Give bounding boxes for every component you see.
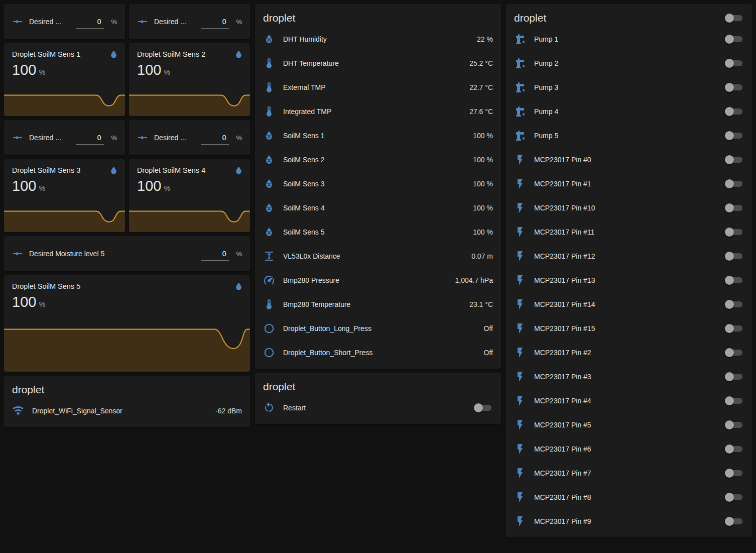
- restart-card: droplet Restart: [255, 373, 501, 424]
- sensor-history-graph: [4, 324, 250, 372]
- toggle-switch[interactable]: [725, 420, 744, 430]
- toggle-switch[interactable]: [725, 227, 744, 237]
- entity-name: MCP23017 Pin #10: [534, 204, 719, 212]
- switch-row: MCP23017 Pin #14: [514, 292, 744, 316]
- right-column: droplet Pump 1 Pump 2: [506, 4, 752, 537]
- toggle-switch[interactable]: [725, 106, 744, 117]
- toggle-switch[interactable]: [725, 131, 744, 141]
- toggle-switch[interactable]: [725, 179, 744, 189]
- entity-name: MCP23017 Pin #2: [534, 349, 719, 357]
- entity-row[interactable]: Droplet_Button_Short_Press Off: [263, 341, 493, 365]
- entity-row[interactable]: SoilM Sens 4 100 %: [263, 196, 493, 220]
- toggle-switch[interactable]: [725, 82, 744, 92]
- desired-value-input[interactable]: 0: [201, 131, 229, 145]
- switch-row: MCP23017 Pin #3: [514, 365, 744, 389]
- sensor-value: 100%: [137, 178, 242, 194]
- entity-name: Pump 5: [534, 132, 719, 140]
- entity-row[interactable]: SoilM Sens 1 100 %: [263, 124, 493, 148]
- circle-outline-icon: [263, 347, 275, 359]
- entity-value: -62 dBm: [215, 407, 242, 415]
- entity-row[interactable]: DHT Humidity 22 %: [263, 27, 493, 51]
- toggle-switch[interactable]: [725, 396, 744, 406]
- water-percent-icon: [263, 33, 275, 45]
- flash-icon: [514, 419, 526, 431]
- water-drop-icon: [233, 165, 244, 176]
- switch-row: MCP23017 Pin #11: [514, 220, 744, 244]
- entity-value: 100 %: [473, 180, 493, 188]
- toggle-switch[interactable]: [725, 299, 744, 309]
- sensor-value: 100%: [12, 62, 117, 78]
- entity-name: Pump 1: [534, 35, 719, 43]
- water-pump-icon: [514, 33, 526, 45]
- switch-row: MCP23017 Pin #7: [514, 461, 744, 485]
- toggle-switch[interactable]: [725, 468, 744, 478]
- entity-name: Droplet_Button_Long_Press: [283, 324, 478, 333]
- entity-row[interactable]: Bmp280 Pressure 1,004.7 hPa: [263, 268, 493, 292]
- entity-name: MCP23017 Pin #0: [534, 156, 719, 164]
- wifi-entity-row[interactable]: Droplet_WiFi_Signal_Sensor -62 dBm: [12, 399, 242, 423]
- toggle-switch[interactable]: [725, 372, 744, 382]
- switch-rows: Pump 1 Pump 2 Pump 3: [506, 27, 752, 537]
- switch-row: Pump 1: [514, 27, 744, 51]
- toggle-switch[interactable]: [725, 444, 744, 454]
- entity-name: Bmp280 Temperature: [283, 300, 463, 308]
- desired-moisture-card-4: Desired ... 0 %: [129, 120, 250, 155]
- entity-row[interactable]: DHT Temperature 25.2 °C: [263, 51, 493, 75]
- soil-sensor-card-1[interactable]: Droplet SoilM Sens 1 100%: [4, 43, 125, 116]
- entity-row[interactable]: External TMP 22.7 °C: [263, 75, 493, 99]
- water-percent-icon: [263, 226, 275, 238]
- toggle-switch[interactable]: [725, 275, 744, 285]
- sensor-title: Droplet SoilM Sens 2: [137, 50, 242, 58]
- switch-row: Pump 5: [514, 124, 744, 148]
- switch-row: Pump 4: [514, 99, 744, 124]
- sensor-value: 100%: [12, 178, 117, 194]
- entity-name: MCP23017 Pin #11: [534, 228, 719, 236]
- desired-moisture-card-3: Desired ... 0 %: [4, 120, 125, 155]
- entity-name: Pump 3: [534, 83, 719, 91]
- entity-row[interactable]: Bmp280 Temperature 23.1 °C: [263, 292, 493, 316]
- desired-value-input[interactable]: 0: [201, 247, 229, 261]
- soil-sensor-card-5[interactable]: Droplet SoilM Sens 5 100%: [4, 275, 250, 372]
- entity-value: Off: [484, 349, 493, 357]
- ray-vertex-icon: [137, 16, 148, 27]
- toggle-switch[interactable]: [725, 251, 744, 261]
- entity-row[interactable]: SoilM Sens 2 100 %: [263, 148, 493, 172]
- switch-row: MCP23017 Pin #13: [514, 268, 744, 292]
- sensor-history-graph: [4, 93, 125, 116]
- ray-vertex-icon: [12, 16, 23, 27]
- thermometer-icon: [263, 57, 275, 69]
- toggle-switch[interactable]: [725, 516, 744, 526]
- toggle-switch[interactable]: [725, 203, 744, 213]
- soil-sensor-card-3[interactable]: Droplet SoilM Sens 3 100%: [4, 159, 125, 232]
- entity-row[interactable]: SoilM Sens 3 100 %: [263, 172, 493, 196]
- wifi-card: droplet Droplet_WiFi_Signal_Sensor -62 d…: [4, 376, 250, 427]
- desired-value-input[interactable]: 0: [76, 131, 104, 145]
- entity-value: 100 %: [473, 228, 493, 236]
- switch-row: MCP23017 Pin #15: [514, 316, 744, 341]
- toggle-switch[interactable]: [725, 323, 744, 334]
- water-pump-icon: [514, 81, 526, 93]
- entity-row[interactable]: SoilM Sens 5 100 %: [263, 220, 493, 244]
- unit-label: %: [236, 250, 242, 258]
- desired-value-input[interactable]: 0: [76, 15, 104, 29]
- desired-value-input[interactable]: 0: [201, 15, 229, 29]
- soil-sensor-card-4[interactable]: Droplet SoilM Sens 4 100%: [129, 159, 250, 232]
- toggle-switch[interactable]: [725, 492, 744, 502]
- entity-value: 0.07 m: [471, 252, 493, 260]
- entity-row[interactable]: VL53L0x Distance 0.07 m: [263, 244, 493, 268]
- sensor-history-graph: [129, 209, 250, 232]
- toggle-switch[interactable]: [725, 58, 744, 68]
- entity-row[interactable]: Droplet_Button_Long_Press Off: [263, 316, 493, 341]
- group-toggle-switch[interactable]: [725, 13, 744, 23]
- ray-vertex-icon: [12, 132, 23, 143]
- toggle-switch[interactable]: [725, 34, 744, 44]
- entity-name: MCP23017 Pin #12: [534, 252, 719, 260]
- entity-name: External TMP: [283, 83, 463, 91]
- desired-label: Desired ...: [154, 134, 195, 142]
- entity-name: MCP23017 Pin #15: [534, 324, 719, 333]
- toggle-switch[interactable]: [474, 403, 493, 413]
- toggle-switch[interactable]: [725, 155, 744, 165]
- entity-row[interactable]: Integrated TMP 27.6 °C: [263, 99, 493, 124]
- toggle-switch[interactable]: [725, 348, 744, 358]
- soil-sensor-card-2[interactable]: Droplet SoilM Sens 2 100%: [129, 43, 250, 116]
